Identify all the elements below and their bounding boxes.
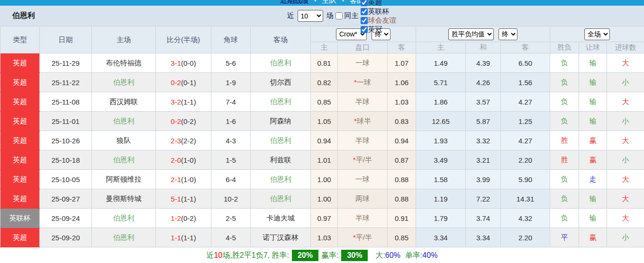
league-badge: 英超 [0, 73, 40, 92]
avg-odds-away: 2.20 [501, 228, 550, 247]
handicap-result-cell: 赢 [579, 150, 607, 170]
fulltime-score: 2-0 [171, 156, 181, 164]
league-badge: 英超 [0, 92, 40, 112]
league-badge: 英超 [0, 189, 40, 209]
col-header-date: 日期 [40, 26, 92, 53]
avg-odds-away: 1.56 [501, 73, 550, 92]
handicap-odds-home: 1.05 [311, 112, 338, 131]
handicap-result-cell: 输 [579, 73, 607, 92]
score-cell: 0-2(0-1) [156, 73, 211, 92]
handicap-line: 半球 [338, 92, 388, 112]
subcol-avg-draw: 和 [466, 42, 501, 53]
match-date: 25-11-22 [40, 73, 92, 92]
goals-cell: 大 [607, 189, 644, 209]
goals-cell: 小 [607, 150, 644, 170]
handicap-text: 两球 [355, 194, 370, 202]
handicap-odds-home: 0.97 [311, 209, 338, 228]
handicap-odds-away: 0.94 [388, 131, 416, 150]
handicap-line: *一球 [338, 73, 388, 92]
league-badge: 英超 [0, 150, 40, 170]
halftime-score: (1-0) [181, 156, 196, 164]
league-label: 英冠 [368, 25, 382, 34]
match-count-select[interactable]: 10 [298, 10, 323, 22]
match-row: 英超 25-11-22 伯恩利 0-2(0-1) 1-9 切尔西 0.82 *一… [0, 73, 644, 92]
league-label: 英超 [368, 0, 382, 7]
match-date: 25-09-20 [40, 228, 92, 247]
result-cell: 负 [550, 170, 579, 189]
corner-score: 2-5 [211, 209, 251, 228]
subcol-avg-home: 主 [416, 42, 466, 53]
home-team: 布伦特福德 [92, 53, 156, 73]
handicap-line: *平/半 [338, 150, 388, 170]
fulltime-score: 0-2 [171, 117, 181, 125]
avg-final-select[interactable]: 终 [499, 28, 517, 40]
fulltime-score: 5-1 [171, 195, 181, 203]
match-row: 英超 25-10-18 伯恩利 2-0(1-0) 1-5 利兹联 1.01 *平… [0, 150, 644, 170]
goals-cell: 大 [607, 92, 644, 112]
corner-score: 6-4 [211, 170, 251, 189]
fulltime-score: 3-2 [171, 98, 181, 106]
near-label: 近 [287, 11, 294, 20]
handicap-odds-home: 1.00 [311, 170, 338, 189]
home-team: 阿斯顿维拉 [92, 170, 156, 189]
match-date: 25-10-05 [40, 170, 92, 189]
handicap-text: 半球 [355, 136, 370, 144]
away-team: 伯恩利 [251, 189, 311, 209]
summary-footer: 近 10 场,胜2平1负7, 胜率: 20% 赢率: 30% 大: 60% 单率… [0, 247, 644, 263]
corner-score: 10-2 [211, 189, 251, 209]
away-team: 伯恩利 [251, 170, 311, 189]
handicap-text: 球半 [357, 117, 371, 125]
avg-odds-draw: 5.87 [466, 112, 501, 131]
league-checkbox[interactable] [361, 26, 368, 33]
league-checkbox[interactable] [361, 17, 368, 24]
fulltime-score: 2-3 [171, 137, 181, 145]
avg-odds-draw: 3.99 [466, 170, 501, 189]
score-cell: 1-1(1-1) [156, 228, 211, 247]
handicap-result-cell: 赢 [579, 131, 607, 150]
avg-odds-away: 6.50 [501, 53, 550, 73]
score-cell: 3-2(1-1) [156, 92, 211, 112]
handicap-line: 两球 [338, 189, 388, 209]
match-row: 英超 25-10-26 狼队 2-3(2-2) 4-3 伯恩利 0.94 半球 … [0, 131, 644, 150]
avg-odds-draw: 3.32 [466, 131, 501, 150]
handicap-line: 一球 [338, 53, 388, 73]
corner-score: 1-9 [211, 73, 251, 92]
summary-count: 10 [214, 251, 223, 260]
score-cell: 5-1(1-1) [156, 189, 211, 209]
fulltime-score: 1-2 [171, 214, 181, 222]
handicap-text: 半球 [355, 214, 370, 222]
fulltime-score: 2-1 [171, 175, 181, 184]
avg-source-select[interactable]: 胜平负均值 [448, 28, 494, 40]
fulltime-score: 1-1 [171, 234, 181, 242]
win-rate-badge: 20% [292, 250, 318, 261]
handicap-result-cell: 输 [579, 53, 607, 73]
halftime-score: (1-1) [181, 98, 196, 106]
handicap-line: *平/半 [338, 228, 388, 247]
handicap-odds-home: 0.82 [311, 73, 338, 92]
match-date: 25-09-27 [40, 189, 92, 209]
avg-odds-draw: 3.57 [466, 92, 501, 112]
halftime-score: (0-2) [181, 117, 196, 125]
col-header-home: 主场 [92, 26, 156, 53]
handicap-line: 半球 [338, 131, 388, 150]
same-home-label: 同主 [345, 11, 359, 20]
away-team: 卡迪夫城 [251, 209, 311, 228]
league-checkbox[interactable] [361, 0, 368, 6]
league-filter-item: 英冠 [360, 25, 397, 34]
cover-rate-label: 赢率: [321, 251, 338, 261]
subcol-result: 胜负 [550, 42, 579, 53]
scope-header: 全场 [550, 26, 644, 42]
halftime-score: (2-2) [181, 137, 196, 145]
corner-score: 5-6 [211, 53, 251, 73]
avg-odds-away: 14.31 [501, 189, 550, 209]
avg-odds-home: 1.58 [416, 170, 466, 189]
match-row: 英超 25-10-05 阿斯顿维拉 2-1(1-0) 6-4 伯恩利 1.00 … [0, 170, 644, 189]
goals-cell: 大 [607, 53, 644, 73]
score-cell: 2-1(1-0) [156, 170, 211, 189]
league-checkbox[interactable] [361, 8, 368, 15]
league-badge: 英超 [0, 228, 40, 247]
same-home-checkbox[interactable] [336, 12, 343, 19]
handicap-result-cell: 输 [579, 209, 607, 228]
scope-select[interactable]: 全场 [584, 28, 610, 40]
handicap-text: 一球 [357, 78, 371, 86]
